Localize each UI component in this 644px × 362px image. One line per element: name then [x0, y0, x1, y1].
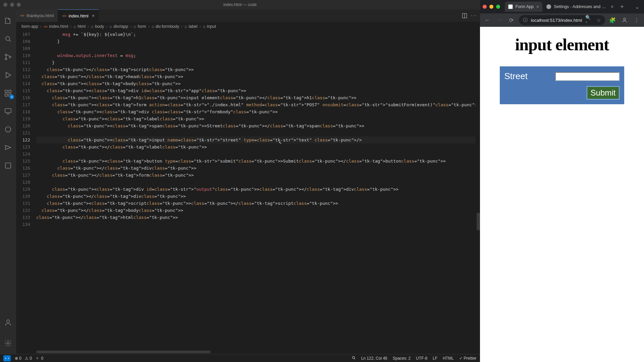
svg-point-11 [7, 320, 9, 322]
svg-rect-10 [5, 163, 11, 168]
minimize-dot[interactable] [10, 3, 14, 7]
settings-favicon-icon [546, 4, 551, 9]
svg-point-14 [352, 356, 355, 359]
reload-button[interactable]: ⟳ [507, 15, 516, 25]
browser-tab-formapp[interactable]: Form App × [505, 2, 542, 12]
settings-gear-icon[interactable] [0, 335, 16, 351]
code-content[interactable]: msg += `${key}: ${value}\n`; } window.ou… [36, 31, 480, 350]
activity-item-icon[interactable] [0, 158, 16, 174]
remote-indicator[interactable] [3, 355, 11, 361]
breadcrumb-item[interactable]: form [138, 24, 146, 29]
minimap-scrollbar[interactable] [475, 31, 480, 350]
extensions-icon[interactable]: 3 [0, 85, 16, 101]
activity-item-icon[interactable] [0, 139, 16, 156]
svg-point-15 [624, 18, 626, 20]
chevron-right-icon: › [106, 24, 107, 29]
source-control-icon[interactable] [0, 49, 16, 65]
chevron-right-icon: › [40, 24, 42, 29]
scrollbar-thumb[interactable] [36, 351, 211, 353]
line-numbers: 1071081091101111121131141151161171181191… [16, 31, 36, 350]
editor-tabs: <> thankyou.html <> index.html × ··· [16, 9, 480, 22]
zoom-dot[interactable] [496, 5, 500, 9]
breadcrumb-item[interactable]: index.html [49, 24, 68, 29]
status-encoding[interactable]: UTF-8 [416, 356, 427, 361]
svg-point-9 [5, 127, 11, 132]
profile-icon[interactable] [620, 15, 629, 25]
status-language[interactable]: HTML [443, 356, 454, 361]
status-eol[interactable]: LF [433, 356, 437, 361]
svg-rect-5 [9, 90, 11, 93]
status-problems[interactable]: ⊗ 0 ⚠ 0 [15, 356, 32, 361]
tabs-overflow-icon[interactable]: ⌄ [633, 4, 641, 10]
browser-tabstrip: Form App × Settings - Addresses and m… ×… [480, 0, 644, 13]
breadcrumb-item[interactable]: div.formbody [156, 24, 179, 29]
activity-bar: 3 [0, 9, 16, 354]
svg-rect-8 [5, 109, 11, 113]
breadcrumb-item[interactable]: body [95, 24, 104, 29]
browser-tab-label: Form App [516, 4, 534, 9]
browser-window: Form App × Settings - Addresses and m… ×… [480, 0, 644, 362]
bookmark-icon[interactable]: ☆ [597, 17, 601, 23]
close-dot[interactable] [3, 3, 7, 7]
warning-icon: ⚠ [25, 356, 29, 361]
browser-tab-label: Settings - Addresses and m… [554, 4, 608, 9]
editor-tab-label: index.html [68, 13, 88, 18]
breadcrumbs[interactable]: form-app › <>index.html › ◇html › ◇body … [16, 22, 480, 31]
editor-tab-index[interactable]: <> index.html × [58, 9, 99, 22]
status-bar: ⊗ 0 ⚠ 0 ᯤ 0 Ln 122, Col 46 Spaces: 2 UTF… [0, 354, 480, 362]
breadcrumb-item[interactable]: label [189, 24, 197, 29]
breadcrumb-item[interactable]: div#app [113, 24, 128, 29]
vscode-titlebar: index.html — code [0, 0, 480, 9]
chevron-right-icon: › [181, 24, 182, 29]
zoom-dot[interactable] [17, 3, 21, 7]
status-indent[interactable]: Spaces: 2 [393, 356, 411, 361]
page-heading: input element [515, 35, 609, 54]
form-container: Street Submit [500, 66, 625, 104]
code-editor[interactable]: 1071081091101111121131141151161171181191… [16, 31, 480, 350]
extensions-icon[interactable]: 🧩 [608, 15, 617, 25]
split-editor-icon[interactable] [462, 13, 467, 18]
close-icon[interactable]: × [611, 4, 613, 9]
activity-item-icon[interactable] [0, 121, 16, 137]
horizontal-scrollbar[interactable] [16, 350, 480, 354]
svg-rect-6 [5, 94, 7, 96]
breadcrumb-item[interactable]: form-app [21, 24, 38, 29]
search-icon[interactable] [0, 31, 16, 47]
antenna-icon: ᯤ [36, 356, 40, 361]
editor-tab-thankyou[interactable]: <> thankyou.html [16, 9, 58, 22]
new-tab-button[interactable]: + [618, 3, 627, 10]
status-formatter[interactable]: ✓ Prettier [459, 356, 477, 361]
scrollbar-thumb[interactable] [477, 213, 480, 230]
zoom-icon[interactable]: 🔍⁺ [585, 15, 593, 25]
submit-button[interactable]: Submit [587, 86, 620, 100]
html-file-icon: <> [62, 14, 66, 18]
browser-tab-settings[interactable]: Settings - Addresses and m… × [543, 2, 617, 12]
browser-menu-icon[interactable]: ⋮ [632, 15, 641, 25]
status-find-icon[interactable] [352, 356, 356, 361]
address-bar[interactable]: ⓘ localhost:5173/index.html 🔍⁺ ☆ [519, 15, 605, 25]
url-text: localhost:5173/index.html [531, 18, 582, 23]
svg-point-3 [9, 56, 11, 58]
back-button[interactable]: ← [483, 15, 492, 25]
close-dot[interactable] [483, 5, 487, 9]
breadcrumb-item[interactable]: input [207, 24, 216, 29]
close-icon[interactable]: × [536, 4, 539, 9]
minimize-dot[interactable] [489, 5, 493, 9]
explorer-icon[interactable] [0, 13, 16, 29]
rendered-page: input element Street Submit [480, 27, 644, 362]
site-info-icon[interactable]: ⓘ [523, 17, 528, 23]
status-cursor-pos[interactable]: Ln 122, Col 46 [361, 356, 387, 361]
street-input[interactable] [555, 72, 620, 81]
close-icon[interactable]: × [92, 13, 95, 18]
breadcrumb-item[interactable]: html [77, 24, 86, 29]
editor-area: <> thankyou.html <> index.html × ··· [16, 9, 480, 354]
run-debug-icon[interactable] [0, 67, 16, 83]
macos-window-controls[interactable] [483, 5, 500, 9]
status-ports[interactable]: ᯤ 0 [36, 356, 43, 361]
remote-explorer-icon[interactable] [0, 103, 16, 119]
forward-button[interactable]: → [495, 15, 504, 25]
more-actions-icon[interactable]: ··· [471, 13, 477, 18]
accounts-icon[interactable] [0, 314, 16, 330]
svg-point-1 [5, 54, 7, 56]
macos-window-controls[interactable] [3, 3, 21, 7]
